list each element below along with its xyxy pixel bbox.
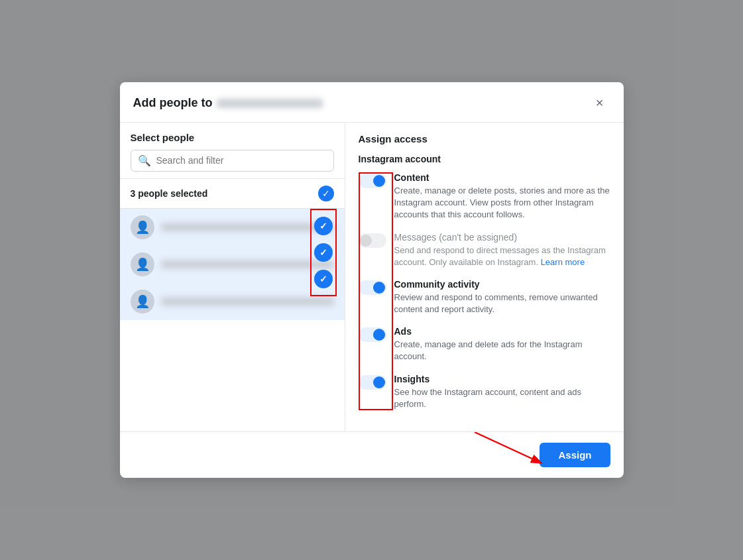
toggle-knob (373, 329, 385, 341)
avatar: 👤 (131, 290, 154, 313)
person-name (161, 298, 334, 306)
checkmark-icon: ✓ (322, 188, 330, 199)
arrow-annotation (475, 432, 547, 469)
perm-desc: Review and respond to comments, remove u… (394, 292, 610, 315)
perm-text-insights: Insights See how the Instagram account, … (394, 374, 610, 410)
avatar-icon: 👤 (135, 220, 150, 235)
toggle-community[interactable] (359, 280, 386, 295)
perm-name: Insights (394, 374, 610, 384)
checkmark-icon: ✓ (319, 247, 327, 258)
avatar-icon: 👤 (135, 294, 150, 309)
search-input[interactable] (156, 155, 327, 166)
people-selected-row: 3 people selected ✓ (120, 179, 345, 209)
modal-overlay: Add people to × Select people 🔍 3 p (0, 0, 743, 560)
checkmark-icon: ✓ (319, 221, 327, 231)
checkmark-icon: ✓ (319, 274, 327, 284)
right-panel: Assign access Instagram account Content … (345, 123, 624, 431)
perm-desc: Create, manage or delete posts, stories … (394, 185, 610, 221)
right-panel-title: Assign access (359, 133, 610, 144)
close-icon: × (596, 95, 604, 111)
perm-name: Ads (394, 326, 610, 337)
toggle-col (359, 172, 394, 190)
modal-title: Add people to (133, 96, 323, 110)
toggle-knob (373, 376, 385, 388)
people-list: 👤 👤 👤 (120, 209, 345, 431)
perm-text-messages: Messages (can't be assigned) Send and re… (394, 232, 610, 268)
perm-desc: Send and respond to direct messages as t… (394, 245, 610, 268)
search-box: 🔍 (131, 150, 334, 172)
person-checkbox[interactable]: ✓ (314, 270, 333, 288)
modal-body: Select people 🔍 3 people selected ✓ (120, 123, 624, 431)
perm-text-community: Community activity Review and respond to… (394, 279, 610, 315)
checkboxes-overlay: ✓✓✓ (310, 209, 337, 296)
left-panel-header: Select people 🔍 (120, 123, 345, 179)
person-checkbox[interactable]: ✓ (314, 217, 333, 235)
permission-item-insights: Insights See how the Instagram account, … (359, 374, 610, 410)
toggle-col (359, 326, 394, 344)
toggle-content[interactable] (359, 174, 386, 188)
perm-name: Content (394, 172, 610, 183)
modal-header: Add people to × (120, 82, 624, 123)
left-panel-title: Select people (131, 132, 334, 143)
perm-desc: Create, manage and delete ads for the In… (394, 339, 610, 363)
section-title: Instagram account (359, 154, 610, 164)
permission-item-messages: Messages (can't be assigned) Send and re… (359, 232, 610, 268)
title-prefix: Add people to (133, 96, 213, 110)
toggle-col (359, 232, 394, 250)
person-name (161, 223, 334, 231)
toggle-knob (373, 282, 385, 294)
assign-button[interactable]: Assign (540, 443, 610, 467)
perm-name: Messages (can't be assigned) (394, 232, 610, 243)
avatar: 👤 (131, 215, 154, 239)
left-panel: Select people 🔍 3 people selected ✓ (120, 123, 345, 431)
toggle-knob (373, 175, 385, 187)
toggle-messages (359, 233, 386, 248)
avatar: 👤 (131, 252, 154, 276)
permission-item-ads: Ads Create, manage and delete ads for th… (359, 326, 610, 363)
modal-footer: Assign (120, 431, 624, 478)
select-all-checkbox[interactable]: ✓ (318, 186, 334, 201)
learn-more-link[interactable]: Learn more (541, 257, 585, 267)
permissions-section: Content Create, manage or delete posts, … (359, 172, 610, 421)
toggle-insights[interactable] (359, 375, 386, 390)
close-button[interactable]: × (589, 93, 610, 114)
perm-text-content: Content Create, manage or delete posts, … (394, 172, 610, 221)
modal: Add people to × Select people 🔍 3 p (120, 82, 624, 478)
toggle-col (359, 374, 394, 392)
people-selected-label: 3 people selected (131, 188, 208, 199)
toggle-ads[interactable] (359, 327, 386, 342)
perm-name: Community activity (394, 279, 610, 290)
perm-desc: See how the Instagram account, content a… (394, 386, 610, 410)
svg-line-0 (475, 432, 540, 463)
person-checkbox[interactable]: ✓ (314, 243, 333, 262)
toggle-knob (360, 235, 372, 247)
person-name (161, 260, 334, 268)
search-icon: 🔍 (138, 154, 151, 167)
permission-item-content: Content Create, manage or delete posts, … (359, 172, 610, 221)
permission-item-community: Community activity Review and respond to… (359, 279, 610, 315)
toggle-col (359, 279, 394, 297)
title-redacted-name (217, 99, 323, 108)
perm-text-ads: Ads Create, manage and delete ads for th… (394, 326, 610, 363)
avatar-icon: 👤 (135, 257, 150, 272)
